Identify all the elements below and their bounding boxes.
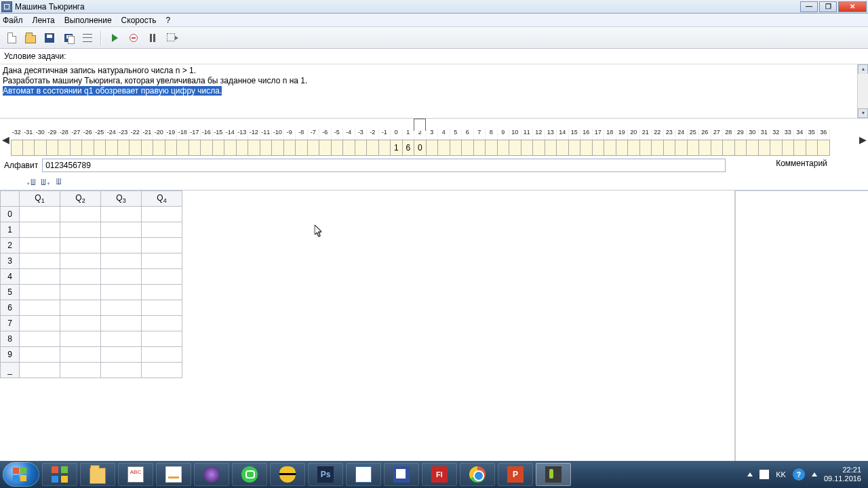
- rule-cell[interactable]: [20, 222, 60, 238]
- tape-value[interactable]: [213, 140, 225, 156]
- tape-cell[interactable]: -12: [248, 129, 260, 156]
- rule-cell[interactable]: [60, 363, 101, 378]
- tape-value[interactable]: [699, 140, 711, 156]
- tape-value[interactable]: [308, 140, 320, 156]
- taskbar-camtasia[interactable]: [536, 463, 571, 486]
- rule-cell[interactable]: [60, 285, 101, 300]
- symbol-header[interactable]: 9: [1, 347, 20, 363]
- rule-cell[interactable]: [142, 238, 182, 253]
- rule-cell[interactable]: [142, 207, 182, 222]
- tape-cell[interactable]: -4: [343, 129, 355, 156]
- menu-speed[interactable]: Скорость: [121, 16, 157, 25]
- tape-value[interactable]: [23, 140, 35, 156]
- symbol-header[interactable]: _: [1, 363, 20, 378]
- tape-value[interactable]: [616, 140, 629, 156]
- tape-value[interactable]: [118, 140, 130, 156]
- close-button[interactable]: ✕: [838, 1, 867, 12]
- tape-cell[interactable]: 9: [498, 129, 510, 156]
- tape-cell[interactable]: -20: [153, 129, 165, 156]
- taskbar-turing[interactable]: [384, 463, 419, 486]
- tape-value[interactable]: [723, 140, 735, 156]
- tape-cell[interactable]: -30: [35, 129, 47, 156]
- tape-cell[interactable]: 10: [509, 129, 521, 156]
- taskbar-chrome[interactable]: [460, 463, 495, 486]
- tape-value[interactable]: [82, 140, 94, 156]
- tape-value[interactable]: [427, 140, 439, 156]
- tape-cell[interactable]: -10: [272, 129, 284, 156]
- rules-table[interactable]: Q1Q2Q3Q40123456789_: [0, 190, 182, 378]
- tape-cell[interactable]: 30: [747, 129, 759, 156]
- tape-cell[interactable]: 28: [723, 129, 735, 156]
- tape-cell[interactable]: 18: [604, 129, 616, 156]
- tray-chevron-icon[interactable]: [812, 472, 817, 476]
- rule-cell[interactable]: [20, 269, 60, 285]
- maximize-button[interactable]: ❐: [819, 1, 837, 12]
- tape-cell[interactable]: 20: [414, 129, 427, 156]
- tape-value[interactable]: [450, 140, 462, 156]
- new-button[interactable]: [4, 30, 19, 45]
- symbol-header[interactable]: 5: [1, 285, 20, 300]
- tape-cell[interactable]: -29: [47, 129, 59, 156]
- taskbar-photoshop[interactable]: Ps: [308, 463, 343, 486]
- menu-run[interactable]: Выполнение: [64, 16, 112, 25]
- rule-cell[interactable]: [20, 238, 60, 253]
- tape-value[interactable]: [272, 140, 284, 156]
- language-indicator[interactable]: KK: [776, 470, 786, 479]
- rule-cell[interactable]: [142, 285, 182, 300]
- tape-cell[interactable]: 11: [521, 129, 534, 156]
- tape-value[interactable]: [189, 140, 201, 156]
- rule-cell[interactable]: [142, 316, 182, 331]
- tape-value[interactable]: [332, 140, 344, 156]
- tape-value[interactable]: [201, 140, 213, 156]
- open-button[interactable]: [23, 30, 38, 45]
- condition-text[interactable]: Дана десятичная запись натурального числ…: [0, 64, 868, 118]
- tape-cell[interactable]: 01: [391, 129, 403, 156]
- taskbar-whatsapp[interactable]: [232, 463, 267, 486]
- tape-value[interactable]: [580, 140, 593, 156]
- rule-cell[interactable]: [142, 347, 182, 363]
- tape-value[interactable]: [521, 140, 534, 156]
- taskbar-notepad[interactable]: [156, 463, 191, 486]
- tape-cell[interactable]: 19: [616, 129, 629, 156]
- tape-value[interactable]: [47, 140, 59, 156]
- rule-cell[interactable]: [101, 300, 142, 316]
- tape-cell[interactable]: 27: [711, 129, 724, 156]
- tape-cell[interactable]: 24: [675, 129, 688, 156]
- tape-value[interactable]: [224, 140, 237, 156]
- stop-button[interactable]: [126, 30, 141, 45]
- menu-tape[interactable]: Лента: [33, 16, 55, 25]
- tape-value[interactable]: [438, 140, 450, 156]
- tape-scroll-right[interactable]: ▶: [857, 123, 868, 156]
- tape-cell[interactable]: 12: [533, 129, 545, 156]
- rule-cell[interactable]: [101, 331, 142, 347]
- taskbar-doc[interactable]: [346, 463, 381, 486]
- rule-cell[interactable]: [101, 363, 142, 378]
- symbol-header[interactable]: 0: [1, 207, 20, 222]
- tape-value[interactable]: [806, 140, 818, 156]
- tape-cell[interactable]: -11: [260, 129, 273, 156]
- tape-value[interactable]: [35, 140, 47, 156]
- tape-cell[interactable]: 26: [699, 129, 711, 156]
- tape-value[interactable]: [688, 140, 700, 156]
- tape-value[interactable]: [509, 140, 521, 156]
- state-header[interactable]: Q1: [20, 191, 60, 207]
- tape-value[interactable]: [153, 140, 165, 156]
- tape-cell[interactable]: 6: [462, 129, 474, 156]
- tape-cell[interactable]: -2: [367, 129, 379, 156]
- tape-cell[interactable]: -5: [332, 129, 344, 156]
- tape-cell[interactable]: 33: [783, 129, 795, 156]
- tape-cell[interactable]: -22: [130, 129, 142, 156]
- rule-cell[interactable]: [101, 269, 142, 285]
- tape-cell[interactable]: -6: [319, 129, 332, 156]
- help-icon[interactable]: ?: [793, 468, 805, 481]
- rule-cell[interactable]: [20, 316, 60, 331]
- tape-cell[interactable]: -27: [71, 129, 83, 156]
- tape-value[interactable]: [130, 140, 142, 156]
- tape-cell[interactable]: 23: [664, 129, 676, 156]
- tape-value[interactable]: [735, 140, 747, 156]
- tape-value[interactable]: [106, 140, 118, 156]
- taskbar-aperture[interactable]: [194, 463, 229, 486]
- tape-cell[interactable]: 16: [580, 129, 593, 156]
- tape-value[interactable]: [794, 140, 806, 156]
- tape-value[interactable]: [628, 140, 640, 156]
